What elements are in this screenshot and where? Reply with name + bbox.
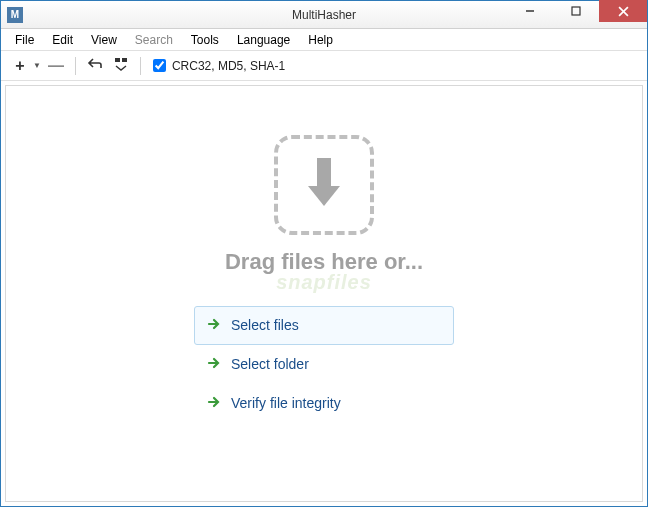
- toolbar-separator: [75, 57, 76, 75]
- options-button[interactable]: [110, 55, 132, 77]
- svg-rect-6: [317, 158, 331, 186]
- undo-button[interactable]: [84, 55, 106, 77]
- add-button[interactable]: +: [9, 55, 31, 77]
- menu-search: Search: [127, 31, 181, 49]
- window-controls: [507, 1, 647, 28]
- options-icon: [113, 56, 129, 75]
- action-label: Select folder: [231, 356, 309, 372]
- maximize-button[interactable]: [553, 0, 599, 22]
- verify-integrity-button[interactable]: Verify file integrity: [194, 384, 454, 423]
- action-label: Select files: [231, 317, 299, 333]
- content-area[interactable]: Drag files here or... snapfiles Select f…: [5, 85, 643, 502]
- add-dropdown[interactable]: ▼: [33, 61, 41, 70]
- down-arrow-icon: [300, 154, 348, 215]
- svg-rect-4: [115, 58, 120, 62]
- minimize-button[interactable]: [507, 0, 553, 22]
- drop-target-box[interactable]: [274, 135, 374, 235]
- menu-edit[interactable]: Edit: [44, 31, 81, 49]
- window-title: MultiHasher: [292, 8, 356, 22]
- action-label: Verify file integrity: [231, 395, 341, 411]
- arrow-right-icon: [207, 395, 221, 412]
- hash-label[interactable]: CRC32, MD5, SHA-1: [172, 59, 285, 73]
- remove-button[interactable]: —: [45, 55, 67, 77]
- plus-icon: +: [15, 57, 24, 75]
- toolbar-separator: [140, 57, 141, 75]
- menubar: File Edit View Search Tools Language Hel…: [1, 29, 647, 51]
- minus-icon: —: [48, 57, 64, 75]
- titlebar: M MultiHasher: [1, 1, 647, 29]
- toolbar: + ▼ — CRC32, MD5, SHA-1: [1, 51, 647, 81]
- svg-rect-1: [572, 7, 580, 15]
- menu-tools[interactable]: Tools: [183, 31, 227, 49]
- menu-view[interactable]: View: [83, 31, 125, 49]
- arrow-right-icon: [207, 356, 221, 373]
- hash-algorithms[interactable]: CRC32, MD5, SHA-1: [153, 59, 285, 73]
- hash-checkbox[interactable]: [153, 59, 166, 72]
- select-folder-button[interactable]: Select folder: [194, 345, 454, 384]
- menu-file[interactable]: File: [7, 31, 42, 49]
- action-list: Select files Select folder Verify file i…: [194, 306, 454, 423]
- menu-help[interactable]: Help: [300, 31, 341, 49]
- undo-icon: [87, 56, 103, 75]
- dropzone[interactable]: Drag files here or... snapfiles Select f…: [194, 135, 454, 423]
- app-window: M MultiHasher File Edit View Search Tool…: [0, 0, 648, 507]
- watermark: snapfiles: [276, 271, 372, 294]
- svg-rect-5: [122, 58, 127, 62]
- close-button[interactable]: [599, 0, 647, 22]
- select-files-button[interactable]: Select files: [194, 306, 454, 345]
- menu-language[interactable]: Language: [229, 31, 298, 49]
- arrow-right-icon: [207, 317, 221, 334]
- app-icon: M: [7, 7, 23, 23]
